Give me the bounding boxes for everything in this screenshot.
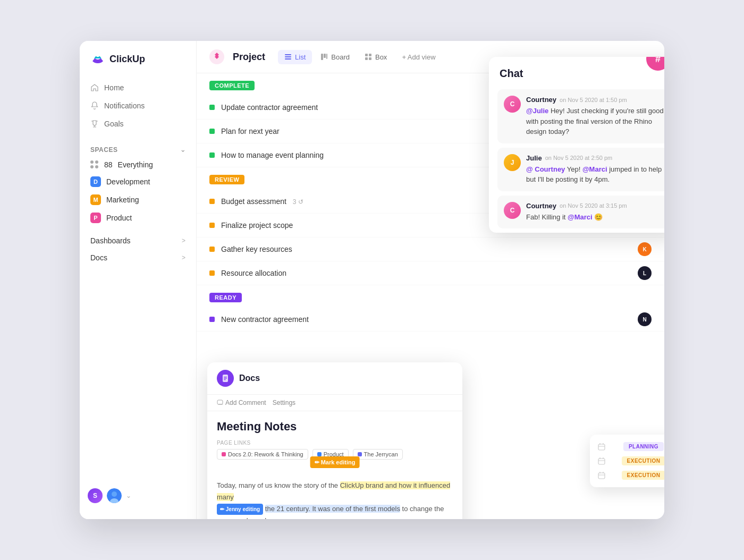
page-link-dot <box>317 452 322 456</box>
mention: @Julie <box>526 107 548 115</box>
add-comment-button[interactable]: Add Comment <box>217 399 266 406</box>
sender-name: Courtney <box>526 96 556 104</box>
calendar-icon <box>597 471 606 480</box>
task-meta: K <box>638 242 652 256</box>
mark-editing-badge: ✏ Mark editing <box>310 456 360 469</box>
chat-message: J Julie on Nov 5 2020 at 2:50 pm @ Court… <box>497 148 664 191</box>
task-status-dot <box>209 199 215 204</box>
add-view-button[interactable]: + Add view <box>395 50 442 64</box>
project-title: Project <box>233 52 265 63</box>
page-link[interactable]: The Jerrycan <box>353 449 403 460</box>
sidebar-item-goals[interactable]: Goals <box>85 115 191 132</box>
task-avatar: L <box>638 266 652 280</box>
sidebar-logo: ClickUp <box>80 52 196 79</box>
task-status-dot <box>209 270 215 276</box>
tab-box[interactable]: Box <box>358 50 393 64</box>
message-text: @Julie Hey! Just checking if you're stil… <box>526 106 664 137</box>
task-row[interactable]: Gather key resources K <box>197 237 664 261</box>
docs-body-text: ✏ Mark editing Today, many of us know th… <box>217 467 453 519</box>
everything-count: 88 <box>104 160 113 169</box>
svg-rect-12 <box>369 54 371 56</box>
docs-icon <box>217 370 234 387</box>
task-row[interactable]: Resource allocation L <box>197 261 664 285</box>
user-menu-chevron-icon[interactable]: ⌄ <box>126 492 131 499</box>
page-link[interactable]: Docs 2.0: Rework & Thinking <box>217 449 308 460</box>
board-tab-icon <box>320 53 328 61</box>
settings-button[interactable]: Settings <box>273 399 295 406</box>
sidebar-item-marketing[interactable]: M Marketing <box>85 191 191 209</box>
sidebar-item-product[interactable]: P Product <box>85 209 191 227</box>
review-badge: REVIEW <box>209 175 244 184</box>
svg-rect-8 <box>321 54 323 60</box>
page-link-dot <box>358 452 362 456</box>
calendar-icon <box>597 457 606 465</box>
svg-rect-19 <box>224 377 227 377</box>
task-row[interactable]: New contractor agreement N <box>197 308 664 332</box>
sender-name: Julie <box>526 154 542 162</box>
bell-icon <box>90 101 99 110</box>
sidebar-navigation: Home Notifications Goals <box>80 79 196 132</box>
page-link-dot <box>222 452 226 456</box>
sidebar-item-development[interactable]: D Development <box>85 173 191 191</box>
everything-grid-icon <box>90 160 99 169</box>
trophy-icon <box>90 120 99 128</box>
svg-rect-14 <box>369 57 371 60</box>
sidebar-item-everything[interactable]: 88 Everything <box>85 157 191 173</box>
execution-badge-2: EXECUTION <box>622 471 664 480</box>
sidebar-item-notifications[interactable]: Notifications <box>85 97 191 114</box>
tab-board[interactable]: Board <box>314 50 356 64</box>
spaces-chevron-icon[interactable]: ⌄ <box>180 146 186 154</box>
everything-label: Everything <box>118 160 153 169</box>
spaces-section: Spaces ⌄ 88 Everything D Development M <box>80 143 196 227</box>
chat-title: Chat <box>489 57 664 85</box>
svg-rect-0 <box>90 52 105 66</box>
planning-row: EXECUTION <box>597 471 664 480</box>
section-ready-header: READY <box>197 285 664 308</box>
svg-rect-16 <box>598 459 605 464</box>
sidebar-item-dashboards[interactable]: Dashboards > <box>85 232 191 249</box>
execution-badge: EXECUTION <box>622 456 664 465</box>
chat-message-header: Courtney on Nov 5 2020 at 3:15 pm <box>526 202 627 210</box>
task-status-dot <box>209 223 215 228</box>
development-space-icon: D <box>90 176 101 187</box>
tab-list[interactable]: List <box>278 50 312 64</box>
svg-rect-6 <box>285 56 291 57</box>
docs-title: Docs <box>239 374 260 383</box>
sender-name: Courtney <box>526 202 556 210</box>
svg-point-2 <box>112 491 117 497</box>
task-status-dot <box>209 152 215 158</box>
chat-avatar-julie: J <box>504 154 521 171</box>
mention: @Marci <box>568 213 593 221</box>
chat-message-header: Julie on Nov 5 2020 at 2:50 pm <box>526 154 664 162</box>
chat-message: C Courtney on Nov 5 2020 at 3:15 pm Fab!… <box>497 196 664 229</box>
docs-heading: Meeting Notes <box>217 420 453 434</box>
svg-rect-5 <box>285 54 291 55</box>
sidebar-item-home[interactable]: Home <box>85 79 191 96</box>
task-meta: N <box>638 312 652 326</box>
goals-label: Goals <box>104 120 124 128</box>
list-tab-icon <box>284 53 292 61</box>
svg-rect-7 <box>285 58 291 60</box>
svg-rect-10 <box>326 54 327 59</box>
home-icon <box>90 83 99 92</box>
planning-panel: PLANNING EXECUTION EXECUTION <box>590 435 664 487</box>
svg-rect-11 <box>365 54 368 56</box>
message-text: Fab! Killing it @Marci 😊 <box>526 212 627 223</box>
project-icon <box>209 49 224 64</box>
page-links-label: PAGE LINKS <box>217 440 453 446</box>
message-time: on Nov 5 2020 at 2:50 pm <box>545 155 613 161</box>
sidebar-footer: S ⌄ <box>80 483 196 508</box>
docs-panel: Docs Add Comment Settings Meeting Notes … <box>207 362 462 519</box>
chat-panel: # Chat C Courtney on Nov 5 2020 at 1:50 … <box>489 57 664 233</box>
svg-rect-17 <box>598 473 605 479</box>
ready-badge: READY <box>209 293 242 302</box>
chat-avatar-courtney2: C <box>504 202 521 219</box>
chat-message-content: Courtney on Nov 5 2020 at 3:15 pm Fab! K… <box>526 202 627 223</box>
svg-rect-20 <box>224 378 227 378</box>
sidebar-item-docs[interactable]: Docs > <box>85 249 191 266</box>
docs-content: Meeting Notes PAGE LINKS Docs 2.0: Rewor… <box>207 411 462 519</box>
chat-message-header: Courtney on Nov 5 2020 at 1:50 pm <box>526 96 664 104</box>
message-text: @ Courtney Yep! @Marci jumped in to help… <box>526 164 664 185</box>
task-status-dot <box>209 105 215 110</box>
mention: @ Courtney <box>526 165 565 173</box>
